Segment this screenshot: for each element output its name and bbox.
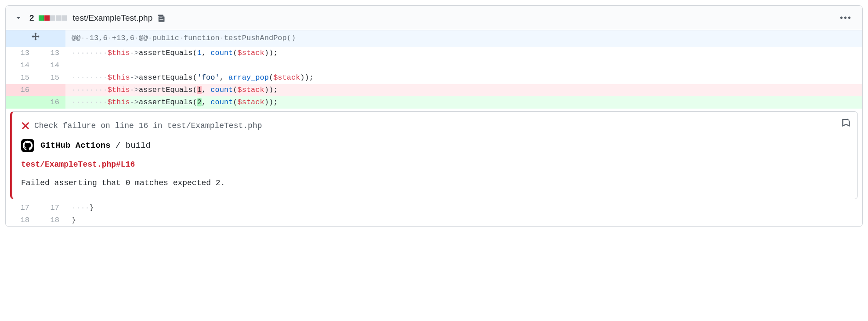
new-line-number[interactable]: 13 (36, 47, 65, 59)
code-content (65, 59, 862, 72)
diff-table: @@·-13,6·+13,6·@@·public·function·testPu… (6, 30, 862, 226)
failure-x-icon (21, 121, 30, 130)
new-line-number[interactable]: 14 (36, 59, 65, 72)
expand-hunk-icon[interactable] (6, 30, 65, 47)
copy-path-icon[interactable] (157, 14, 166, 22)
code-content: } (65, 214, 862, 226)
code-line: 1717····} (6, 202, 862, 214)
code-line: 1818} (6, 214, 862, 226)
code-content: ········$this->assertEquals(2, count($st… (65, 96, 862, 109)
annotation-message: Failed asserting that 0 matches expected… (21, 177, 849, 189)
code-line: 16········$this->assertEquals(2, count($… (6, 96, 862, 109)
code-line: 16········$this->assertEquals(1, count($… (6, 84, 862, 96)
annotation-source[interactable]: GitHub Actions / build (40, 139, 151, 152)
old-line-number[interactable]: 17 (6, 202, 36, 214)
old-line-number[interactable]: 18 (6, 214, 36, 226)
check-annotation: Check failure on line 16 in test/Example… (10, 111, 858, 199)
hunk-header-text: @@·-13,6·+13,6·@@·public·function·testPu… (65, 30, 862, 47)
code-content: ········$this->assertEquals(1, count($st… (65, 47, 862, 59)
annotation-link[interactable]: test/ExampleTest.php#L16 (21, 158, 849, 171)
hunk-header-row: @@·-13,6·+13,6·@@·public·function·testPu… (6, 30, 862, 47)
github-logo-icon (21, 139, 34, 152)
code-line: 1414 (6, 59, 862, 72)
old-line-number[interactable]: 16 (6, 84, 36, 96)
file-path-link[interactable]: test/ExampleTest.php (73, 13, 153, 23)
collapse-toggle[interactable] (13, 12, 24, 24)
file-menu-button[interactable]: ••• (836, 11, 855, 25)
new-line-number[interactable] (36, 84, 65, 96)
diffstat (39, 15, 67, 21)
file-header: 2 test/ExampleTest.php ••• (6, 6, 862, 30)
file-diff: 2 test/ExampleTest.php ••• @@·-13,6·+13,… (5, 5, 863, 227)
old-line-number[interactable]: 14 (6, 59, 36, 72)
new-line-number[interactable]: 17 (36, 202, 65, 214)
annotation-title: Check failure on line 16 in test/Example… (34, 120, 262, 132)
code-line: 1313········$this->assertEquals(1, count… (6, 47, 862, 59)
change-count: 2 (29, 13, 34, 23)
old-line-number[interactable] (6, 96, 36, 109)
code-line: 1515········$this->assertEquals('foo', a… (6, 72, 862, 84)
new-line-number[interactable]: 16 (36, 96, 65, 109)
dismiss-annotation-icon[interactable] (842, 118, 850, 131)
code-content: ····} (65, 202, 862, 214)
old-line-number[interactable]: 13 (6, 47, 36, 59)
code-content: ········$this->assertEquals('foo', array… (65, 72, 862, 84)
check-annotation-row: Check failure on line 16 in test/Example… (6, 109, 862, 202)
code-content: ········$this->assertEquals(1, count($st… (65, 84, 862, 96)
new-line-number[interactable]: 18 (36, 214, 65, 226)
old-line-number[interactable]: 15 (6, 72, 36, 84)
new-line-number[interactable]: 15 (36, 72, 65, 84)
